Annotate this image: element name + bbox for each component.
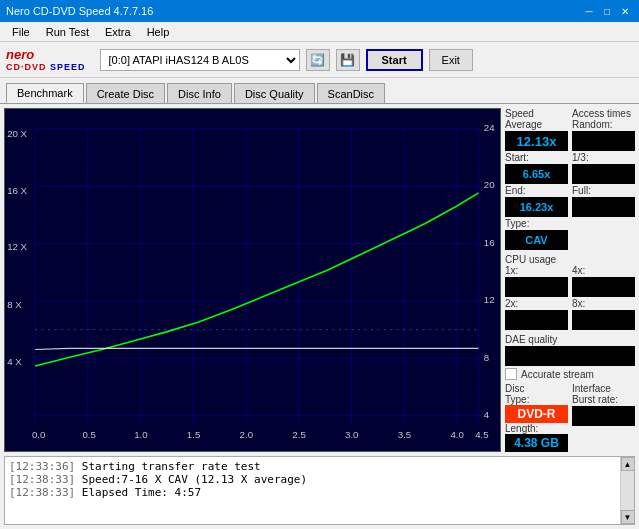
speed-start-label: Start: [505, 152, 568, 163]
interface-section: Interface Burst rate: [572, 383, 635, 452]
log-message-1: Starting transfer rate test [82, 460, 261, 473]
maximize-button[interactable]: □ [599, 4, 615, 18]
toolbar: nero CD·DVD SPEED [0:0] ATAPI iHAS124 B … [0, 42, 639, 78]
cpu-section: CPU usage 1x: 2x: 4x: 8x: [505, 254, 635, 331]
cpu-1x-label: 1x: [505, 265, 568, 276]
disc-length-label: Length: [505, 423, 568, 434]
log-time-3: [12:38:33] [9, 486, 75, 499]
nero-logo-top: nero [6, 47, 34, 62]
svg-text:1.5: 1.5 [187, 429, 201, 440]
cpu-2x-label: 2x: [505, 298, 568, 309]
tab-disc-quality[interactable]: Disc Quality [234, 83, 315, 103]
cpu-col-right: 4x: 8x: [572, 265, 635, 331]
accurate-stream-row: Accurate stream [505, 368, 635, 380]
svg-text:1.0: 1.0 [134, 429, 148, 440]
svg-text:3.0: 3.0 [345, 429, 359, 440]
svg-text:20 X: 20 X [7, 127, 27, 138]
menu-run-test[interactable]: Run Test [38, 24, 97, 40]
svg-text:24: 24 [484, 122, 495, 133]
interface-title: Interface [572, 383, 635, 394]
cpu-4x-label: 4x: [572, 265, 635, 276]
access-times-section: Access times Random: 1/3: Full: [572, 108, 635, 251]
log-entry-2: [12:38:33] Speed:7-16 X CAV (12.13 X ave… [9, 473, 616, 486]
save-icon-button[interactable]: 💾 [336, 49, 360, 71]
svg-text:2.0: 2.0 [240, 429, 254, 440]
svg-text:20: 20 [484, 179, 495, 190]
cpu-col-left: 1x: 2x: [505, 265, 568, 331]
log-message-2: Speed:7-16 X CAV (12.13 X average) [82, 473, 307, 486]
chart-container: 20 X 16 X 12 X 8 X 4 X 24 20 16 12 8 4 [4, 108, 501, 452]
disc-length-value: 4.38 GB [505, 434, 568, 452]
cpu-row: 1x: 2x: 4x: 8x: [505, 265, 635, 331]
svg-text:12 X: 12 X [7, 241, 27, 252]
tab-benchmark[interactable]: Benchmark [6, 83, 84, 103]
access-full-value [572, 197, 635, 217]
tab-disc-info[interactable]: Disc Info [167, 83, 232, 103]
svg-text:16: 16 [484, 237, 495, 248]
accurate-stream-label: Accurate stream [521, 369, 594, 380]
start-button[interactable]: Start [366, 49, 423, 71]
log-message-3: Elapsed Time: 4:57 [82, 486, 201, 499]
svg-text:0.5: 0.5 [82, 429, 96, 440]
access-times-title: Access times [572, 108, 635, 119]
dae-value [505, 346, 635, 366]
accurate-stream-checkbox[interactable] [505, 368, 517, 380]
access-random-value [572, 131, 635, 151]
access-random-label: Random: [572, 119, 635, 130]
tab-scan-disc[interactable]: ScanDisc [317, 83, 385, 103]
right-panel: Speed Average 12.13x Start: 6.65x End: 1… [505, 108, 635, 452]
log-entry-1: [12:33:36] Starting transfer rate test [9, 460, 616, 473]
tab-bar: Benchmark Create Disc Disc Info Disc Qua… [0, 78, 639, 104]
speed-end-value: 16.23x [505, 197, 568, 217]
burst-rate-label: Burst rate: [572, 394, 635, 405]
menu-extra[interactable]: Extra [97, 24, 139, 40]
exit-button[interactable]: Exit [429, 49, 473, 71]
content-main: 20 X 16 X 12 X 8 X 4 X 24 20 16 12 8 4 [0, 104, 639, 456]
svg-text:4 X: 4 X [7, 356, 22, 367]
svg-text:4.0: 4.0 [450, 429, 464, 440]
menu-help[interactable]: Help [139, 24, 178, 40]
svg-text:2.5: 2.5 [292, 429, 306, 440]
svg-text:8: 8 [484, 351, 490, 362]
dae-section: DAE quality Accurate stream [505, 334, 635, 380]
tab-create-disc[interactable]: Create Disc [86, 83, 165, 103]
nero-logo: nero CD·DVD SPEED [6, 47, 86, 72]
log-scrollbar: ▲ ▼ [620, 457, 634, 524]
access-one-third-value [572, 164, 635, 184]
cpu-2x-value [505, 310, 568, 330]
log-time-2: [12:38:33] [9, 473, 75, 486]
speed-start-value: 6.65x [505, 164, 568, 184]
svg-text:4.5: 4.5 [475, 429, 489, 440]
speed-section: Speed Average 12.13x Start: 6.65x End: 1… [505, 108, 568, 251]
svg-text:8 X: 8 X [7, 298, 22, 309]
content-area: 20 X 16 X 12 X 8 X 4 X 24 20 16 12 8 4 [0, 104, 639, 529]
burst-rate-value [572, 406, 635, 426]
title-bar-controls: ─ □ ✕ [581, 4, 633, 18]
dae-title: DAE quality [505, 334, 635, 345]
refresh-icon-button[interactable]: 🔄 [306, 49, 330, 71]
speed-type-label: Type: [505, 218, 568, 229]
log-time-1: [12:33:36] [9, 460, 75, 473]
disc-type-label: Type: [505, 394, 568, 405]
log-area: [12:33:36] Starting transfer rate test [… [4, 456, 635, 525]
scroll-down-button[interactable]: ▼ [621, 510, 635, 524]
drive-selector[interactable]: [0:0] ATAPI iHAS124 B AL0S [100, 49, 300, 71]
speed-average-label: Average [505, 119, 568, 130]
cpu-title: CPU usage [505, 254, 635, 265]
disc-interface-row: Disc Type: DVD-R Length: 4.38 GB Interfa… [505, 383, 635, 452]
menu-file[interactable]: File [4, 24, 38, 40]
title-bar: Nero CD-DVD Speed 4.7.7.16 ─ □ ✕ [0, 0, 639, 22]
minimize-button[interactable]: ─ [581, 4, 597, 18]
svg-text:12: 12 [484, 294, 495, 305]
svg-text:16 X: 16 X [7, 185, 27, 196]
access-one-third-label: 1/3: [572, 152, 635, 163]
speed-access-row: Speed Average 12.13x Start: 6.65x End: 1… [505, 108, 635, 251]
speed-type-value: CAV [505, 230, 568, 250]
scroll-up-button[interactable]: ▲ [621, 457, 635, 471]
speed-title: Speed [505, 108, 568, 119]
nero-logo-bottom: CD·DVD SPEED [6, 62, 86, 72]
log-content: [12:33:36] Starting transfer rate test [… [5, 457, 620, 524]
close-button[interactable]: ✕ [617, 4, 633, 18]
cpu-8x-label: 8x: [572, 298, 635, 309]
svg-text:3.5: 3.5 [398, 429, 412, 440]
